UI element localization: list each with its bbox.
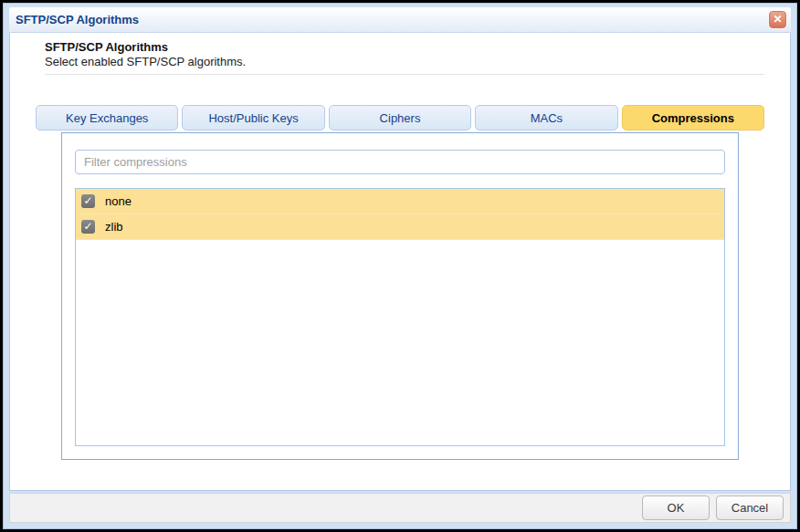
- cancel-button[interactable]: Cancel: [716, 495, 784, 520]
- close-icon[interactable]: ✕: [769, 11, 786, 28]
- dialog-titlebar: SFTP/SCP Algorithms ✕: [9, 7, 791, 33]
- list-item-zlib[interactable]: ✓ zlib: [76, 214, 724, 240]
- list-item-none[interactable]: ✓ none: [76, 189, 724, 214]
- filter-compressions-input[interactable]: [75, 150, 725, 174]
- tab-macs[interactable]: MACs: [475, 105, 617, 130]
- tab-compressions[interactable]: Compressions: [622, 105, 764, 130]
- tab-host-public-keys[interactable]: Host/Public Keys: [182, 105, 324, 130]
- tab-strip: Key Exchanges Host/Public Keys Ciphers M…: [36, 105, 764, 130]
- header-section: SFTP/SCP Algorithms Select enabled SFTP/…: [10, 33, 790, 75]
- list-item-label: none: [105, 194, 132, 208]
- ok-button[interactable]: OK: [642, 495, 710, 520]
- tab-area: Key Exchanges Host/Public Keys Ciphers M…: [36, 105, 764, 460]
- compressions-list: ✓ none ✓ zlib: [75, 188, 725, 446]
- checkbox-none-checked-icon[interactable]: ✓: [81, 194, 95, 208]
- dialog-title: SFTP/SCP Algorithms: [16, 13, 139, 26]
- dialog-window: SFTP/SCP Algorithms ✕ SFTP/SCP Algorithm…: [0, 0, 800, 532]
- dialog-footer: OK Cancel: [9, 493, 791, 523]
- tab-key-exchanges[interactable]: Key Exchanges: [36, 105, 178, 130]
- checkbox-zlib-checked-icon[interactable]: ✓: [81, 220, 95, 234]
- compressions-panel: ✓ none ✓ zlib: [61, 132, 739, 460]
- header-title: SFTP/SCP Algorithms: [45, 40, 764, 55]
- tab-ciphers[interactable]: Ciphers: [329, 105, 471, 130]
- list-item-label: zlib: [105, 220, 123, 234]
- header-subtitle: Select enabled SFTP/SCP algorithms.: [45, 55, 764, 75]
- dialog-body: SFTP/SCP Algorithms Select enabled SFTP/…: [9, 33, 791, 491]
